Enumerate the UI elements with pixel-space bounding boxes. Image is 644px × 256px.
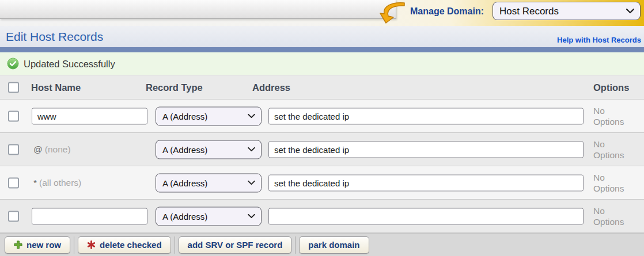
host-name-input[interactable] [32, 208, 147, 224]
column-header-address: Address [252, 82, 290, 93]
new-row-button[interactable]: new row [5, 236, 70, 254]
button-separator [295, 236, 296, 254]
row-checkbox[interactable] [8, 211, 19, 221]
add-srv-spf-button[interactable]: add SRV or SPF record [179, 236, 292, 254]
select-all-checkbox[interactable] [8, 82, 19, 93]
delete-asterisk-icon [87, 240, 96, 249]
curved-arrow-icon [378, 1, 407, 25]
plus-icon [14, 240, 22, 249]
host-record-row-empty: A (Address) No Options [0, 200, 644, 233]
park-domain-label: park domain [308, 240, 359, 250]
row-checkbox[interactable] [8, 177, 19, 188]
table-header-row: Host Name Record Type Address Options [0, 75, 644, 100]
address-input[interactable] [268, 141, 584, 158]
host-symbol: * [33, 178, 37, 188]
record-type-select[interactable]: A (Address) [156, 140, 262, 159]
delete-checked-button[interactable]: delete checked [78, 236, 171, 254]
record-type-select[interactable]: A (Address) [156, 173, 262, 192]
options-cell: No Options [593, 205, 632, 227]
delete-checked-label: delete checked [100, 240, 162, 250]
address-input[interactable] [268, 208, 584, 224]
record-type-dropdown[interactable]: A (Address) [156, 140, 262, 159]
host-name-label: *(all others) [33, 178, 81, 188]
host-note: (none) [45, 144, 71, 154]
add-srv-spf-label: add SRV or SPF record [188, 240, 283, 250]
host-record-row-www: A (Address) No Options [0, 100, 644, 133]
manage-domain-label: Manage Domain: [410, 6, 484, 17]
options-cell: No Options [593, 171, 632, 194]
record-type-select[interactable]: A (Address) [156, 207, 262, 226]
top-bar: Manage Domain: Host Records [0, 0, 644, 26]
button-separator [74, 236, 74, 254]
host-record-row-root: @(none) A (Address) No Options [0, 133, 644, 166]
status-message: Updated Successfully [24, 58, 115, 69]
options-cell: No Options [593, 105, 632, 127]
column-header-options: Options [593, 82, 629, 93]
column-header-host-name: Host Name [31, 82, 81, 93]
page-title: Edit Host Records [6, 30, 103, 44]
manage-domain-dropdown[interactable]: Host Records [493, 2, 641, 20]
page-header: Edit Host Records Help with Host Records [0, 26, 644, 47]
help-link[interactable]: Help with Host Records [557, 36, 641, 44]
success-check-icon [7, 58, 19, 70]
button-separator [175, 236, 175, 254]
host-record-row-wildcard: *(all others) A (Address) No Options [0, 166, 644, 200]
row-checkbox[interactable] [8, 110, 19, 121]
action-bar: new row delete checked add SRV or SPF re… [0, 233, 644, 256]
section-divider [0, 47, 644, 52]
host-name-label: @(none) [33, 144, 71, 155]
host-symbol: @ [33, 144, 43, 154]
host-records-page: Manage Domain: Host Records Edit Host Re… [0, 0, 644, 256]
row-checkbox[interactable] [8, 144, 19, 155]
record-type-select[interactable]: A (Address) [156, 106, 262, 125]
record-type-dropdown[interactable]: A (Address) [156, 106, 262, 125]
manage-domain-select[interactable]: Host Records [493, 2, 641, 20]
host-note: (all others) [39, 178, 81, 188]
park-domain-button[interactable]: park domain [299, 236, 369, 254]
record-type-dropdown[interactable]: A (Address) [156, 173, 262, 192]
address-input[interactable] [268, 108, 584, 124]
record-type-dropdown[interactable]: A (Address) [156, 207, 262, 226]
host-name-input[interactable] [32, 108, 147, 124]
top-gray-panel [0, 0, 396, 19]
new-row-label: new row [26, 240, 61, 250]
options-cell: No Options [593, 138, 632, 161]
address-input[interactable] [268, 174, 584, 191]
column-header-record-type: Record Type [146, 82, 203, 93]
status-bar: Updated Successfully [0, 52, 644, 75]
